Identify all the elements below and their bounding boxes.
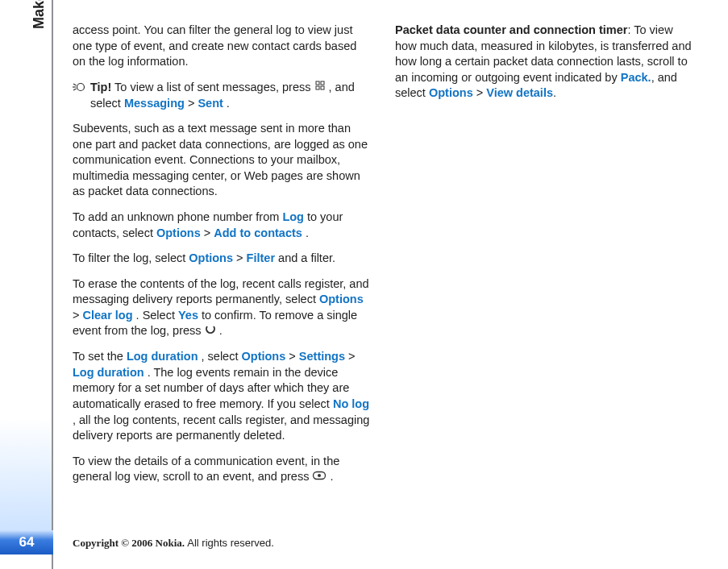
text: . <box>330 470 333 483</box>
text: To view a list of sent messages, press <box>114 81 314 93</box>
separator: > <box>348 350 355 363</box>
paragraph: Packet data counter and connection timer… <box>395 23 695 102</box>
svg-point-0 <box>77 83 85 90</box>
page: Make calls 64 access point. You can filt… <box>0 0 728 569</box>
copyright-suffix: All rights reserved. <box>187 537 274 549</box>
text: . <box>306 226 309 239</box>
link-filter: Filter <box>247 251 275 264</box>
link-log-duration: Log duration <box>73 366 144 379</box>
text: . Select <box>136 309 178 322</box>
link-settings: Settings <box>299 350 345 363</box>
tip-label: Tip! <box>90 81 111 93</box>
link-view-details: View details <box>486 86 553 99</box>
svg-point-9 <box>318 474 321 477</box>
column-1: access point. You can filter the general… <box>73 23 372 495</box>
link-add-to-contacts: Add to contacts <box>214 226 302 239</box>
gutter-fade <box>0 417 53 530</box>
paragraph: access point. You can filter the general… <box>73 23 372 70</box>
link-log: Log <box>282 210 304 223</box>
columns: access point. You can filter the general… <box>73 23 713 495</box>
text: . <box>227 97 230 110</box>
column-2: Packet data counter and connection timer… <box>395 23 695 495</box>
text: To filter the log, select <box>73 251 189 264</box>
link-options: Options <box>242 350 286 363</box>
text: To set the <box>73 350 127 363</box>
link-options: Options <box>189 251 233 264</box>
link-sent: Sent <box>198 97 223 110</box>
text: To view the details of a communication e… <box>73 455 339 484</box>
svg-rect-7 <box>321 86 324 89</box>
link-clear-log: Clear log <box>83 309 133 322</box>
link-options: Options <box>429 86 473 99</box>
page-number-box: 64 <box>0 530 53 554</box>
text: , all the log contents, recent calls reg… <box>73 413 369 442</box>
link-pack: Pack. <box>621 71 651 84</box>
text: . <box>219 324 223 337</box>
separator: > <box>236 251 247 264</box>
separator: > <box>473 86 487 99</box>
svg-line-2 <box>73 84 77 85</box>
paragraph: To view the details of a communication e… <box>73 454 372 486</box>
left-gutter: Make calls 64 <box>0 0 53 569</box>
separator: > <box>188 97 198 110</box>
heading-inline: Packet data counter and connection timer <box>395 23 627 36</box>
svg-rect-5 <box>321 81 324 85</box>
svg-rect-6 <box>316 86 319 89</box>
link-yes: Yes <box>178 309 198 322</box>
text: . <box>553 86 556 99</box>
paragraph: To filter the log, select Options > Filt… <box>73 251 372 267</box>
tip-paragraph: Tip! To view a list of sent messages, pr… <box>73 80 372 112</box>
link-options: Options <box>319 293 364 305</box>
copyright-brand: Copyright © 2006 Nokia. <box>73 537 187 549</box>
copyright: Copyright © 2006 Nokia. All rights reser… <box>73 537 274 550</box>
svg-rect-4 <box>316 81 319 85</box>
text: , select <box>202 350 242 363</box>
link-messaging: Messaging <box>124 97 185 110</box>
separator: > <box>204 226 214 239</box>
link-no-log: No log <box>333 397 369 410</box>
paragraph: To erase the contents of the log, recent… <box>73 276 372 340</box>
paragraph: To add an unknown phone number from Log … <box>73 210 372 241</box>
vertical-divider <box>52 0 53 569</box>
text: To add an unknown phone number from <box>73 210 282 223</box>
page-number: 64 <box>19 534 35 550</box>
menu-key-icon <box>314 80 326 96</box>
link-log-duration: Log duration <box>127 350 198 363</box>
link-options: Options <box>156 226 201 239</box>
scroll-key-icon <box>312 470 327 486</box>
paragraph: To set the Log duration , select Options… <box>73 349 372 443</box>
content-area: access point. You can filter the general… <box>73 23 713 554</box>
separator: > <box>289 350 299 363</box>
paragraph: Subevents, such as a text message sent i… <box>73 121 372 200</box>
section-title: Make calls <box>31 0 48 29</box>
tip-icon <box>71 81 85 93</box>
clear-key-icon <box>205 324 216 340</box>
text: and a filter. <box>278 251 335 264</box>
separator: > <box>73 309 83 322</box>
svg-line-3 <box>73 89 77 90</box>
